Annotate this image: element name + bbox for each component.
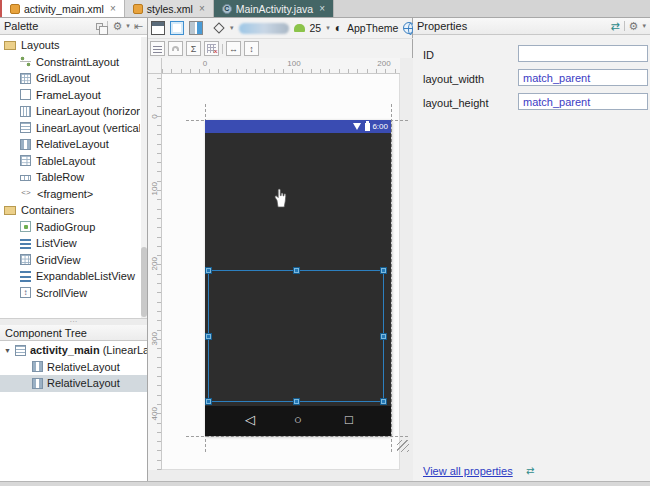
tab-styles-xml[interactable]: styles.xml × xyxy=(125,0,214,17)
tab-mainactivity-java[interactable]: C MainActivity.java × xyxy=(214,0,334,17)
recents-icon: □ xyxy=(345,413,353,427)
palette-item-linearlayout-horizontal[interactable]: LinearLayout (horizontal) xyxy=(0,103,140,120)
palette-item-listview[interactable]: ListView xyxy=(0,235,140,252)
palette-item-relativelayout[interactable]: RelativeLayout xyxy=(0,136,140,153)
chevron-down-icon[interactable]: ▾ xyxy=(642,22,646,30)
relativelayout-icon xyxy=(20,139,31,150)
palette-list: Layouts ConstraintLayout GridLayout Fram… xyxy=(0,37,140,301)
palette-scrollbar[interactable] xyxy=(141,37,147,318)
design-canvas[interactable]: 0 100 200 0 100 200 300 400 6:00 xyxy=(148,58,413,481)
resize-handle-nw[interactable] xyxy=(205,267,212,274)
divider xyxy=(222,44,223,54)
orientation-icon[interactable] xyxy=(213,22,224,33)
resize-handle-s[interactable] xyxy=(293,398,300,405)
ruler-corner xyxy=(148,58,162,74)
fragment-icon: <> xyxy=(20,188,32,199)
listview-icon xyxy=(20,238,31,249)
layout-height-field[interactable] xyxy=(518,93,648,110)
palette-title: Palette xyxy=(4,20,96,32)
gear-icon[interactable]: ⚙ xyxy=(629,20,639,33)
close-icon[interactable]: × xyxy=(108,3,116,14)
android-studio-designer: activity_main.xml × styles.xml × C MainA… xyxy=(0,0,650,486)
resize-handle-e[interactable] xyxy=(380,333,387,340)
resize-handle-n[interactable] xyxy=(293,267,300,274)
editor-tab-bar: activity_main.xml × styles.xml × C MainA… xyxy=(0,0,650,18)
palette-item-fragment[interactable]: <> <fragment> xyxy=(0,186,140,203)
chevron-down-icon[interactable]: ▾ xyxy=(230,24,234,32)
layout-height-label: layout_height xyxy=(423,97,488,109)
relativelayout-icon xyxy=(32,378,43,389)
palette-item-constraintlayout[interactable]: ConstraintLayout xyxy=(0,54,140,71)
tablerow-icon xyxy=(20,175,31,181)
blueprint-view-icon[interactable] xyxy=(170,21,184,35)
folder-icon xyxy=(4,206,16,215)
tree-row-relativelayout-2[interactable]: RelativeLayout xyxy=(0,375,147,392)
design-view-icon[interactable] xyxy=(151,21,165,35)
xml-file-icon xyxy=(133,4,143,14)
xml-file-icon xyxy=(10,4,20,14)
chevron-down-icon[interactable]: ▾ xyxy=(326,24,330,32)
expand-collapse-icon[interactable]: ▼ xyxy=(4,347,11,354)
layout-width-field[interactable] xyxy=(518,69,648,86)
design-editor: ▾ 25 ▾ ◐ AppTheme Σ × ↔ ↕ 0 100 200 xyxy=(148,18,413,481)
palette-item-linearlayout-vertical[interactable]: LinearLayout (vertical) xyxy=(0,120,140,137)
relativelayout-icon xyxy=(32,361,43,372)
id-label: ID xyxy=(423,49,434,61)
copy-icon[interactable] xyxy=(96,23,103,30)
java-class-icon: C xyxy=(222,4,232,14)
tree-row-relativelayout-1[interactable]: RelativeLayout xyxy=(0,359,147,376)
radiogroup-icon xyxy=(20,221,31,232)
tab-activity-main-xml[interactable]: activity_main.xml × xyxy=(0,0,125,17)
swap-arrows-icon: ⇄ xyxy=(526,465,534,476)
view-all-properties-link[interactable]: View all properties xyxy=(423,465,513,477)
palette-item-gridlayout[interactable]: GridLayout xyxy=(0,70,140,87)
scrollbar-thumb[interactable] xyxy=(141,247,147,317)
palette-section-layouts[interactable]: Layouts xyxy=(0,37,140,54)
api-level-selector[interactable]: 25 xyxy=(310,22,322,34)
close-icon[interactable]: × xyxy=(317,3,325,14)
palette-item-scrollview[interactable]: ↕ ScrollView xyxy=(0,285,140,302)
vertical-ruler: 0 100 200 300 400 xyxy=(148,74,162,470)
palette-item-gridview[interactable]: GridView xyxy=(0,252,140,269)
gear-icon[interactable]: ⚙ xyxy=(112,20,122,33)
panel-splitter[interactable]: ··· xyxy=(0,318,147,325)
palette-section-containers[interactable]: Containers xyxy=(0,202,140,219)
close-icon[interactable]: × xyxy=(197,3,205,14)
tree-row-activity-main[interactable]: ▼ activity_main (LinearLay xyxy=(0,342,147,359)
android-api-icon xyxy=(294,24,305,32)
gridview-icon xyxy=(20,254,31,265)
infer-constraints-icon[interactable]: Σ xyxy=(186,41,201,56)
clear-constraints-icon[interactable]: × xyxy=(204,41,219,56)
properties-header: Properties ⇄ ⚙ ▾ xyxy=(413,18,650,35)
autoconnect-icon[interactable] xyxy=(168,41,183,56)
show-decorations-icon[interactable] xyxy=(150,41,165,56)
canvas-resize-grip[interactable] xyxy=(397,440,409,452)
layout-width-label: layout_width xyxy=(423,73,484,85)
home-icon: ○ xyxy=(294,413,302,427)
chevron-down-icon[interactable]: ▾ xyxy=(126,22,130,30)
device-selector[interactable] xyxy=(239,23,289,34)
both-views-icon[interactable] xyxy=(189,21,203,35)
left-panel: Palette ⚙ ▾ ⇤ Layouts ConstraintLayout G… xyxy=(0,18,148,481)
resize-handle-sw[interactable] xyxy=(205,398,212,405)
resize-handle-se[interactable] xyxy=(380,398,387,405)
expand-horizontal-icon[interactable]: ↔ xyxy=(226,41,241,56)
palette-item-radiogroup[interactable]: RadioGroup xyxy=(0,219,140,236)
hide-panel-icon[interactable]: ⇤ xyxy=(134,20,143,33)
palette-item-tablelayout[interactable]: TableLayout xyxy=(0,153,140,170)
palette-item-expandablelistview[interactable]: ExpandableListView xyxy=(0,268,140,285)
tab-label: MainActivity.java xyxy=(236,3,313,15)
swap-panels-icon[interactable]: ⇄ xyxy=(610,20,619,33)
design-toolbar-top: ▾ 25 ▾ ◐ AppTheme xyxy=(148,18,413,39)
selected-relativelayout-outline[interactable] xyxy=(208,270,384,402)
palette-item-framelayout[interactable]: FrameLayout xyxy=(0,87,140,104)
palette-item-tablerow[interactable]: TableRow xyxy=(0,169,140,186)
component-tree: ▼ activity_main (LinearLay RelativeLayou… xyxy=(0,342,147,392)
theme-selector[interactable]: AppTheme xyxy=(347,22,398,34)
window-bottom-strip xyxy=(0,481,650,486)
resize-handle-ne[interactable] xyxy=(380,267,387,274)
resize-handle-w[interactable] xyxy=(205,333,212,340)
battery-icon xyxy=(365,123,370,131)
expand-vertical-icon[interactable]: ↕ xyxy=(244,41,259,56)
id-field[interactable] xyxy=(518,45,648,62)
